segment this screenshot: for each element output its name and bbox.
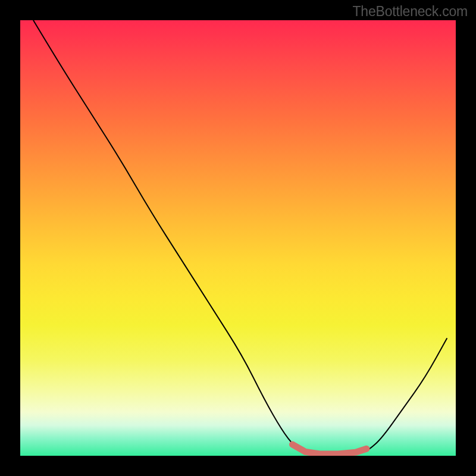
curve-line bbox=[33, 20, 447, 455]
attribution-text: TheBottleneck.com bbox=[353, 4, 468, 20]
chart-plot-area bbox=[20, 20, 456, 456]
trough-highlight bbox=[293, 444, 367, 454]
chart-svg bbox=[20, 20, 456, 456]
